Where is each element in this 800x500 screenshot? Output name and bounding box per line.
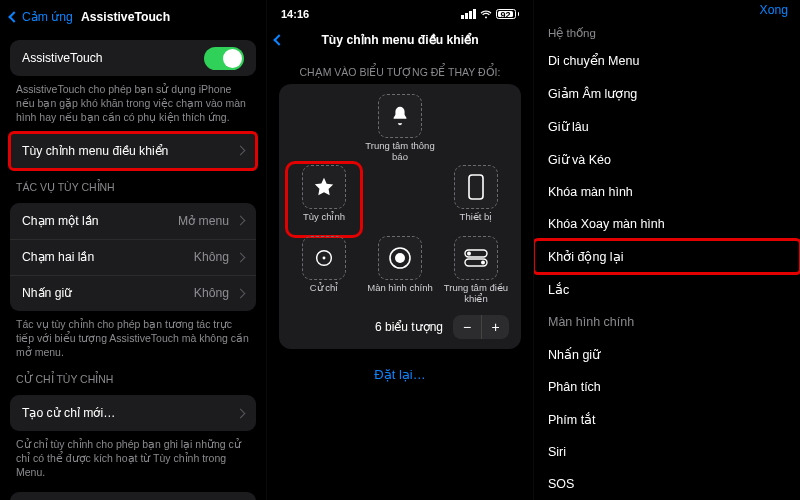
action-list-item[interactable]: Phím tắt: [534, 403, 800, 436]
grid-cell-gestures[interactable]: Cử chỉ: [289, 236, 359, 305]
row-long-press[interactable]: Nhấn giữ Không: [10, 275, 256, 311]
grid-cell-notification-center[interactable]: Trung tâm thông báo: [365, 94, 435, 163]
grid-cell-custom[interactable]: Tùy chỉnh: [289, 165, 359, 234]
header-custom-gestures: CỬ CHỈ TÙY CHỈNH: [0, 361, 266, 389]
pane-assistivetouch-settings: Cảm ứng AssistiveTouch AssistiveTouch As…: [0, 0, 266, 500]
footer-custom-actions: Tác vụ tùy chỉnh cho phép bạn tương tác …: [0, 311, 266, 362]
action-list-item[interactable]: SOS: [534, 468, 800, 500]
navbar: Tùy chỉnh menu điều khiển: [267, 24, 533, 56]
group-custom-gestures: Tạo cử chỉ mới…: [10, 395, 256, 431]
status-indicators: 92: [461, 9, 519, 19]
action-list-item[interactable]: Khóa màn hình: [534, 176, 800, 208]
footer-main: AssistiveTouch cho phép bạn sử dụng iPho…: [0, 76, 266, 127]
row-idle-opacity[interactable]: Độ mờ khi không dùng 40%: [10, 492, 256, 500]
icon-grid-card: Trung tâm thông báo Tùy chỉnh Thiết bị: [279, 84, 521, 349]
group-main-toggle: AssistiveTouch: [10, 40, 256, 76]
wifi-icon: [480, 10, 492, 19]
footer-custom-gestures: Cử chỉ tùy chỉnh cho phép bạn ghi lại nh…: [0, 431, 266, 482]
battery-percent: 92: [497, 10, 515, 20]
grid-cell-home[interactable]: Màn hình chính: [365, 236, 435, 305]
toggle-label: AssistiveTouch: [22, 51, 103, 65]
icon-count-label: 6 biểu tượng: [375, 320, 443, 334]
reset-button[interactable]: Đặt lại…: [267, 349, 533, 390]
chevron-right-icon: [236, 288, 246, 298]
back-button[interactable]: [275, 33, 285, 47]
cell-label: Trung tâm điều khiển: [441, 283, 511, 305]
status-bar: 14:16 92: [267, 0, 533, 24]
home-button-icon: [378, 236, 422, 280]
toggles-icon: [454, 236, 498, 280]
pane-action-picker: Xong Hệ thống Di chuyển MenuGiảm Âm lượn…: [533, 0, 800, 500]
svg-point-4: [395, 253, 405, 263]
chevron-right-icon: [236, 216, 246, 226]
svg-point-8: [481, 261, 485, 265]
navbar: Xong: [534, 0, 800, 20]
single-tap-label: Chạm một lần: [22, 214, 99, 228]
action-list-item[interactable]: Giữ và Kéo: [534, 143, 800, 176]
subtitle: CHẠM VÀO BIỂU TƯỢNG ĐỂ THAY ĐỔI:: [267, 56, 533, 84]
new-gesture-label: Tạo cử chỉ mới…: [22, 406, 115, 420]
action-list-item[interactable]: Lắc: [534, 273, 800, 306]
cellular-icon: [461, 9, 476, 19]
double-tap-value: Không: [194, 250, 229, 264]
chevron-left-icon: [273, 34, 284, 45]
action-list-item[interactable]: Giữ lâu: [534, 110, 800, 143]
single-tap-value: Mở menu: [178, 214, 229, 228]
chevron-right-icon: [236, 408, 246, 418]
svg-point-2: [323, 257, 326, 260]
bell-icon: [378, 94, 422, 138]
back-button[interactable]: Cảm ứng: [10, 10, 73, 24]
stepper-minus-button[interactable]: −: [453, 315, 481, 339]
header-custom-actions: TÁC VỤ TÙY CHỈNH: [0, 169, 266, 197]
cell-label: Thiết bị: [460, 212, 493, 234]
grid-cell-control-center[interactable]: Trung tâm điều khiển: [441, 236, 511, 305]
group-custom-actions: Chạm một lần Mở menu Chạm hai lần Không …: [10, 203, 256, 311]
double-tap-label: Chạm hai lần: [22, 250, 94, 264]
grid-cell-empty: [289, 94, 359, 163]
svg-point-6: [467, 252, 471, 256]
chevron-left-icon: [8, 11, 19, 22]
cell-label: Màn hình chính: [367, 283, 433, 305]
action-list-item[interactable]: Khởi động lại: [534, 240, 800, 273]
action-list-item[interactable]: Phân tích: [534, 371, 800, 403]
action-list-item[interactable]: Siri: [534, 436, 800, 468]
row-single-tap[interactable]: Chạm một lần Mở menu: [10, 203, 256, 239]
long-press-value: Không: [194, 286, 229, 300]
action-list-item[interactable]: Khóa Xoay màn hình: [534, 208, 800, 240]
device-icon: [454, 165, 498, 209]
chevron-right-icon: [236, 252, 246, 262]
svg-rect-0: [469, 175, 483, 199]
action-list-item[interactable]: Di chuyển Menu: [534, 44, 800, 77]
row-customize-menu[interactable]: Tùy chỉnh menu điều khiển: [10, 133, 256, 169]
group-customize-menu: Tùy chỉnh menu điều khiển: [10, 133, 256, 169]
action-list-item[interactable]: Giảm Âm lượng: [534, 77, 800, 110]
row-double-tap[interactable]: Chạm hai lần Không: [10, 239, 256, 275]
navbar: Cảm ứng AssistiveTouch: [0, 0, 266, 34]
action-list: Di chuyển MenuGiảm Âm lượngGiữ lâuGiữ và…: [534, 44, 800, 500]
cell-label: Cử chỉ: [310, 283, 339, 305]
icon-count-stepper-row: 6 biểu tượng − +: [287, 315, 513, 339]
row-assistivetouch-toggle[interactable]: AssistiveTouch: [10, 40, 256, 76]
grid-cell-empty: [441, 94, 511, 163]
action-list-item[interactable]: Nhấn giữ: [534, 338, 800, 371]
done-button[interactable]: Xong: [760, 3, 788, 17]
chevron-right-icon: [236, 146, 246, 156]
icon-count-stepper: − +: [453, 315, 509, 339]
target-icon: [302, 236, 346, 280]
toggle-switch-on[interactable]: [204, 47, 244, 70]
cell-label: Tùy chỉnh: [303, 212, 345, 234]
row-new-gesture[interactable]: Tạo cử chỉ mới…: [10, 395, 256, 431]
section-header-system: Hệ thống: [534, 20, 800, 44]
long-press-label: Nhấn giữ: [22, 286, 72, 300]
stepper-plus-button[interactable]: +: [481, 315, 509, 339]
group-idle-opacity: Độ mờ khi không dùng 40%: [10, 492, 256, 500]
grid-cell-device[interactable]: Thiết bị: [441, 165, 511, 234]
page-title: AssistiveTouch: [81, 10, 170, 24]
grid-cell-empty: [365, 165, 435, 234]
page-title: Tùy chỉnh menu điều khiển: [267, 33, 533, 47]
battery-icon: 92: [496, 9, 520, 19]
action-list-item: Màn hình chính: [534, 306, 800, 338]
status-time: 14:16: [281, 8, 309, 20]
icon-grid: Trung tâm thông báo Tùy chỉnh Thiết bị: [287, 94, 513, 305]
pane-customize-top-menu: 14:16 92 Tùy chỉnh menu điều khiển CHẠM …: [266, 0, 533, 500]
